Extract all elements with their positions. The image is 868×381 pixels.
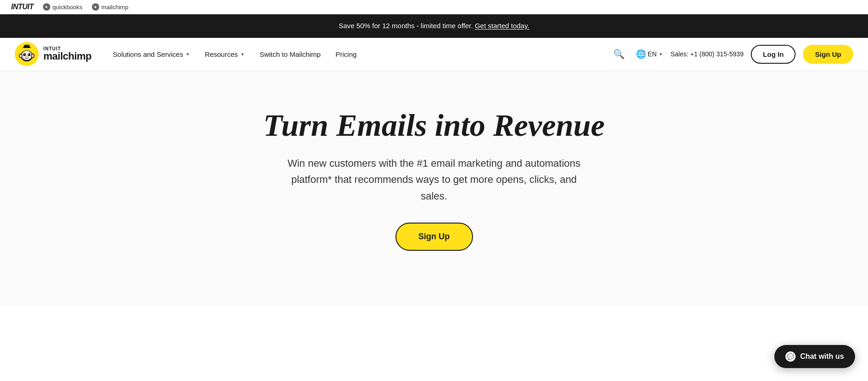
- logo-link[interactable]: INTUIT mailchimp: [15, 42, 91, 66]
- partner-bar: INTUIT ● quickbooks ● mailchimp: [0, 0, 868, 14]
- hero-signup-button[interactable]: Sign Up: [395, 223, 473, 251]
- sales-phone: Sales: +1 (800) 315-5939: [670, 50, 743, 58]
- quickbooks-icon: ●: [43, 3, 50, 11]
- promo-cta-link[interactable]: Get started today.: [475, 22, 529, 30]
- intuit-logo: INTUIT: [11, 3, 34, 11]
- svg-point-10: [28, 54, 29, 54]
- globe-icon: 🌐: [636, 49, 646, 59]
- login-button[interactable]: Log In: [751, 45, 796, 64]
- resources-label: Resources: [205, 50, 238, 58]
- quickbooks-link[interactable]: ● quickbooks: [43, 3, 83, 11]
- mailchimp-partner-icon: ●: [92, 3, 99, 11]
- svg-point-13: [27, 56, 28, 57]
- logo-text: INTUIT mailchimp: [43, 47, 91, 61]
- quickbooks-label: quickbooks: [53, 4, 83, 11]
- resources-menu-button[interactable]: Resources ▼: [198, 47, 251, 62]
- nav-right: 🔍 🌐 EN ▼ Sales: +1 (800) 315-5939 Log In…: [610, 45, 853, 64]
- main-nav: INTUIT mailchimp Solutions and Services …: [0, 38, 868, 71]
- hero-section: Turn Emails into Revenue Win new custome…: [0, 71, 868, 306]
- solutions-menu-button[interactable]: Solutions and Services ▼: [106, 47, 197, 62]
- mailchimp-partner-link[interactable]: ● mailchimp: [92, 3, 129, 11]
- language-button[interactable]: 🌐 EN ▼: [636, 49, 663, 59]
- lang-chevron-icon: ▼: [658, 52, 663, 57]
- svg-point-5: [20, 54, 22, 58]
- switch-nav-button[interactable]: Switch to Mailchimp: [253, 47, 327, 62]
- nav-links: Solutions and Services ▼ Resources ▼ Swi…: [106, 47, 609, 62]
- solutions-label: Solutions and Services: [113, 50, 183, 58]
- solutions-chevron-icon: ▼: [186, 52, 190, 57]
- svg-rect-15: [24, 45, 30, 48]
- resources-chevron-icon: ▼: [240, 52, 245, 57]
- mailchimp-monkey-logo: [15, 42, 39, 66]
- hero-subtitle: Win new customers with the #1 email mark…: [277, 155, 591, 204]
- svg-point-9: [24, 54, 24, 54]
- promo-text: Save 50% for 12 months - limited time of…: [339, 22, 473, 30]
- svg-point-8: [28, 53, 30, 56]
- search-icon: 🔍: [613, 49, 625, 59]
- lang-label: EN: [648, 50, 657, 58]
- pricing-label: Pricing: [335, 50, 357, 58]
- logo-mailchimp-text: mailchimp: [43, 51, 91, 61]
- hero-title: Turn Emails into Revenue: [227, 108, 642, 143]
- promo-cta-text: Get started today.: [475, 22, 529, 30]
- pricing-nav-button[interactable]: Pricing: [329, 47, 363, 62]
- switch-label: Switch to Mailchimp: [259, 50, 321, 58]
- promo-banner: Save 50% for 12 months - limited time of…: [0, 14, 868, 38]
- mailchimp-partner-label: mailchimp: [102, 4, 129, 11]
- nav-signup-button[interactable]: Sign Up: [803, 45, 853, 64]
- search-button[interactable]: 🔍: [610, 45, 629, 63]
- svg-point-7: [23, 53, 26, 56]
- svg-point-6: [32, 54, 34, 58]
- svg-point-12: [26, 56, 27, 57]
